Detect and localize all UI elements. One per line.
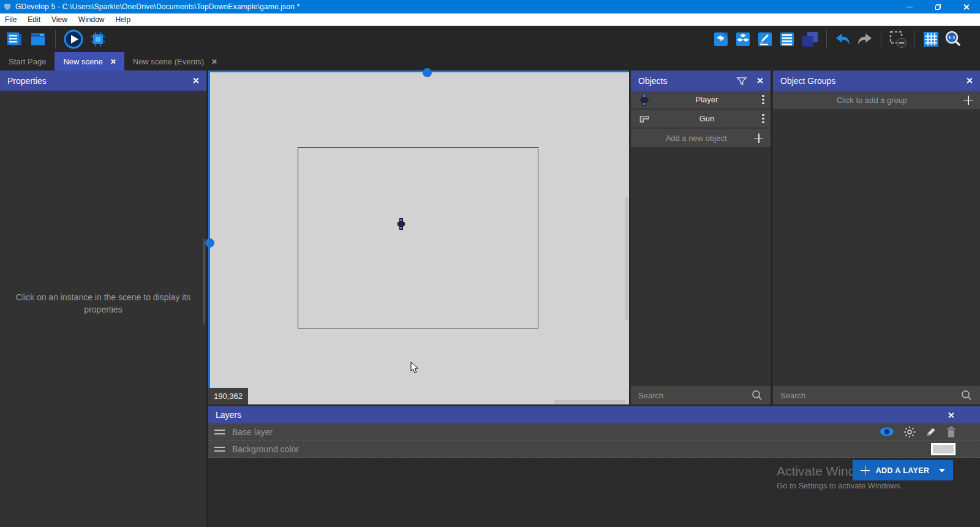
menu-help[interactable]: Help [110,13,137,26]
mouse-cursor [410,362,419,376]
object-row-gun[interactable]: Gun [631,110,771,129]
zoom-one-to-one-icon[interactable]: 1:1 [944,31,962,48]
layer-effects-icon[interactable] [903,425,916,439]
object-groups-header: Object Groups [773,70,980,91]
layer-name: Background color [232,444,299,454]
minimize-button[interactable] [895,0,924,13]
start-page-icon[interactable] [29,30,47,48]
plus-icon [861,466,870,475]
object-menu-icon[interactable] [762,95,764,104]
close-icon [963,4,970,10]
objects-panel: Objects Player Gun Add a new object [631,70,771,404]
toolbar-separator [881,30,881,48]
minimize-icon [907,7,913,7]
game-window-rectangle [298,147,538,328]
panel-scrollbar[interactable] [203,239,205,325]
plus-icon [963,96,973,105]
properties-header: Properties [0,70,206,91]
window-controls [895,0,980,13]
layer-row-background[interactable]: Background color [208,441,980,458]
project-manager-icon[interactable] [5,30,23,48]
objects-search-input[interactable] [638,391,746,400]
tab-new-scene-events[interactable]: New scene (Events) [124,52,225,70]
toolbar-separator [826,30,827,48]
objects-search-row [631,386,771,404]
object-groups-title: Object Groups [780,76,835,86]
tab-close-icon[interactable] [211,59,217,64]
drag-handle-icon[interactable] [214,430,225,434]
clear-selection-mask-icon[interactable] [889,30,907,48]
undo-icon[interactable] [834,31,851,48]
layers-panel: Layers Base layer Background color Activ… [208,406,980,527]
add-object-row[interactable]: Add a new object [631,129,771,147]
toolbar-left [5,26,107,52]
menu-window[interactable]: Window [73,13,110,26]
add-group-label: Click to add a group [780,96,963,105]
tab-close-icon[interactable] [110,59,116,64]
watermark-line2: Go to Settings to activate Windows. [777,481,902,490]
restore-button[interactable] [924,0,952,13]
layer-actions [880,425,974,439]
menu-bar: File Edit View Window Help [0,13,980,26]
object-menu-icon[interactable] [762,114,764,123]
player-instance-sprite[interactable] [396,218,406,232]
show-object-groups-icon[interactable] [734,31,752,48]
background-color-swatch[interactable] [931,443,956,455]
layers-stack-icon[interactable] [801,30,819,48]
delete-layer-trash-icon[interactable] [946,426,957,438]
add-layer-button[interactable]: ADD A LAYER [853,460,953,480]
layers-header: Layers [208,406,980,423]
close-panel-icon[interactable] [948,412,954,419]
object-name: Gun [652,114,762,123]
layer-row-base[interactable]: Base layer [208,423,980,441]
groups-search-input[interactable] [780,391,956,400]
close-panel-icon[interactable] [966,77,973,84]
menu-file[interactable]: File [0,13,22,26]
tab-label: New scene [63,57,102,66]
top-resize-handle[interactable] [423,68,432,77]
close-button[interactable] [952,0,980,13]
tab-new-scene[interactable]: New scene [55,52,124,70]
tab-bar: Start Page New scene New scene (Events) [0,52,980,70]
show-properties-icon[interactable] [756,31,774,48]
close-panel-icon[interactable] [756,77,763,84]
canvas-horizontal-scrollbar[interactable] [554,400,625,404]
properties-title: Properties [7,76,47,86]
menu-edit[interactable]: Edit [22,13,46,26]
grid-icon[interactable] [922,31,940,48]
left-resize-handle[interactable] [205,238,214,248]
chevron-down-icon[interactable] [939,469,945,472]
redo-icon[interactable] [856,31,873,48]
object-row-player[interactable]: Player [631,91,771,110]
tab-start-page[interactable]: Start Page [0,52,55,70]
close-panel-icon[interactable] [192,77,199,84]
tab-label: Start Page [9,57,46,66]
toolbar-separator [914,30,915,48]
game-window-top-edge [208,70,629,72]
visibility-eye-icon[interactable] [880,427,894,437]
objects-title: Objects [638,76,667,86]
object-groups-panel: Object Groups Click to add a group [773,70,980,404]
menu-view[interactable]: View [46,13,73,26]
search-icon [960,389,973,401]
layers-title: Layers [216,410,241,420]
toolbar-right: 1:1 [712,26,962,52]
object-name: Player [652,95,762,104]
layer-name: Base layer [232,427,273,437]
toolbar: 1:1 [0,26,980,52]
play-preview-icon[interactable] [64,29,83,49]
title-bar: GDevelop 5 - C:\Users\Sparkle\OneDrive\D… [0,0,980,13]
scene-editor-canvas[interactable]: 190;362 [208,70,629,404]
add-group-row[interactable]: Click to add a group [773,91,980,109]
instances-list-icon[interactable] [778,31,796,48]
search-icon [751,389,763,401]
add-layer-label: ADD A LAYER [876,466,930,475]
filter-icon[interactable] [736,75,748,87]
player-thumbnail-icon [637,94,652,106]
drag-handle-icon[interactable] [214,447,225,452]
debugger-icon[interactable] [89,30,107,48]
canvas-vertical-scrollbar[interactable] [625,197,628,320]
groups-search-row [773,386,980,404]
show-objects-icon[interactable] [712,31,729,48]
edit-layer-pencil-icon[interactable] [925,426,937,438]
